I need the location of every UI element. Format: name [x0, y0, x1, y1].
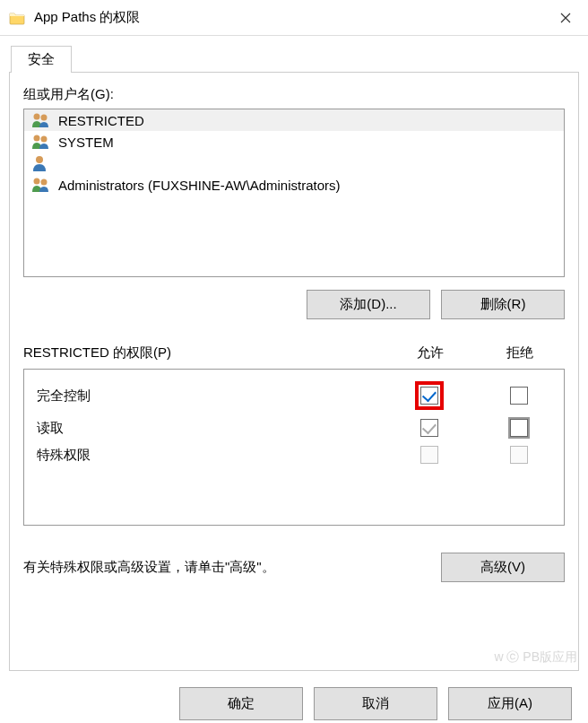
advanced-button[interactable]: 高级(V): [441, 553, 565, 582]
allow-checkbox-full[interactable]: [420, 387, 438, 405]
svg-point-6: [41, 179, 48, 186]
deny-checkbox-read[interactable]: [510, 419, 528, 437]
dialog-button-row: 确定 取消 应用(A): [0, 671, 588, 720]
permissions-header: RESTRICTED 的权限(P) 允许 拒绝: [23, 344, 565, 362]
perm-name: 读取: [24, 420, 385, 437]
highlight-box: [415, 381, 444, 410]
tab-content: 组或用户名(G): RESTRICTED SYSTEM Administrato…: [9, 72, 579, 671]
list-item-label: Administrators (FUXSHINE-AW\Administrato…: [58, 178, 341, 193]
allow-checkbox-special: [420, 446, 438, 464]
list-item-label: SYSTEM: [58, 135, 114, 150]
titlebar: App Paths 的权限: [0, 0, 588, 36]
perm-name: 完全控制: [24, 388, 385, 405]
allow-checkbox-read[interactable]: [420, 419, 438, 437]
svg-point-3: [41, 136, 48, 143]
users-icon: [31, 112, 51, 128]
perm-name: 特殊权限: [24, 447, 385, 464]
permissions-label: RESTRICTED 的权限(P): [23, 344, 385, 362]
list-button-row: 添加(D)... 删除(R): [23, 290, 565, 319]
user-icon: [31, 155, 51, 171]
svg-point-5: [34, 179, 40, 185]
svg-point-0: [34, 114, 40, 120]
list-item[interactable]: Administrators (FUXSHINE-AW\Administrato…: [24, 174, 564, 196]
permissions-box: 完全控制 读取 特殊权限: [23, 369, 565, 526]
users-icon: [31, 177, 51, 193]
deny-checkbox-full[interactable]: [510, 387, 528, 405]
advanced-text: 有关特殊权限或高级设置，请单击"高级"。: [23, 559, 432, 576]
list-item-label: RESTRICTED: [58, 113, 144, 128]
apply-button[interactable]: 应用(A): [448, 687, 572, 720]
close-icon: [560, 13, 571, 23]
svg-point-4: [36, 156, 43, 163]
tab-security[interactable]: 安全: [11, 46, 72, 73]
users-icon: [31, 134, 51, 150]
remove-button[interactable]: 删除(R): [441, 290, 565, 319]
ok-button[interactable]: 确定: [179, 687, 303, 720]
advanced-row: 有关特殊权限或高级设置，请单击"高级"。 高级(V): [23, 553, 565, 582]
groups-label: 组或用户名(G):: [23, 86, 565, 103]
list-item[interactable]: [24, 152, 564, 174]
groups-list[interactable]: RESTRICTED SYSTEM Administrators (FUXSHI…: [23, 109, 565, 277]
svg-point-1: [41, 115, 48, 121]
deny-checkbox-special: [510, 446, 528, 464]
perm-row-full: 完全控制: [24, 377, 564, 414]
perm-row-read: 读取: [24, 414, 564, 441]
svg-point-2: [34, 135, 40, 142]
list-item[interactable]: RESTRICTED: [24, 109, 564, 131]
window-title: App Paths 的权限: [34, 9, 543, 26]
list-item[interactable]: SYSTEM: [24, 131, 564, 152]
perm-row-special: 特殊权限: [24, 441, 564, 468]
allow-column-header: 允许: [385, 344, 475, 362]
cancel-button[interactable]: 取消: [314, 687, 437, 720]
tab-row: 安全: [11, 45, 588, 72]
add-button[interactable]: 添加(D)...: [307, 290, 430, 319]
close-button[interactable]: [543, 0, 588, 36]
folder-icon: [9, 10, 25, 26]
deny-column-header: 拒绝: [475, 344, 565, 362]
